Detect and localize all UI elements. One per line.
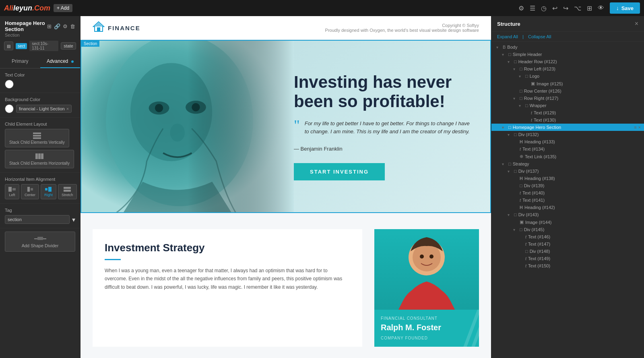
tree-icon[interactable]: ⊞	[47, 23, 52, 29]
tree-item-text-134[interactable]: t Text (#134)	[491, 145, 644, 153]
tree-item-div-132[interactable]: ▾ □ Div (#132)	[491, 131, 644, 138]
align-right-button[interactable]: Right	[41, 184, 56, 199]
stack-vertical-button[interactable]: Stack Child Elements Vertically	[5, 129, 69, 147]
layout-selector[interactable]: ▤	[4, 41, 13, 50]
panel-element-title: Homepage Hero Section	[5, 20, 47, 32]
collapse-toggle[interactable]: ▾	[513, 67, 518, 71]
chevron-down-icon: ▾	[72, 216, 75, 223]
collapse-toggle[interactable]: ▾	[502, 125, 507, 130]
undo-icon[interactable]: ↩	[552, 4, 557, 12]
shape-divider-button[interactable]: Add Shape Divider	[5, 232, 75, 252]
tree-item-text-147[interactable]: t Text (#147)	[491, 240, 644, 248]
tree-item-row-right-127[interactable]: ▾ □ Row Right (#127)	[491, 95, 644, 102]
collapse-toggle[interactable]: ▾	[502, 52, 507, 57]
state-button[interactable]: state	[61, 42, 76, 50]
tree-item-heading-133[interactable]: H Heading (#133)	[491, 138, 644, 145]
tree-item-div-143[interactable]: ▾ □ Div (#143)	[491, 211, 644, 218]
tree-item-text-146[interactable]: t Text (#146)	[491, 233, 644, 240]
hero-section[interactable]: Section	[80, 40, 491, 213]
tree-item-text-129[interactable]: t Text (#129)	[491, 109, 644, 116]
tree-item-text-149[interactable]: t Text (#149)	[491, 255, 644, 262]
close-structure-icon[interactable]: ×	[635, 20, 638, 27]
layout-buttons: Stack Child Elements Vertically Stack Ch…	[5, 129, 75, 168]
tree-item-body[interactable]: ▾ B Body	[491, 43, 644, 51]
tree-item-div-145[interactable]: ▾ □ Div (#145)	[491, 226, 644, 233]
site-logo: FINANCE	[93, 21, 140, 35]
tree-item-heading-138[interactable]: H Heading (#138)	[491, 175, 644, 182]
tree-item-homepage-hero-section[interactable]: ▾ □ Homepage Hero Section ≡×	[491, 124, 644, 131]
wordpress-icon[interactable]: ⊞	[587, 4, 592, 12]
tree-item-simple-header[interactable]: ▾ □ Simple Header	[491, 51, 644, 58]
tree-item-text-140[interactable]: t Text (#140)	[491, 189, 644, 197]
text-color-picker[interactable]	[5, 80, 14, 89]
collapse-toggle[interactable]: ▾	[508, 60, 512, 64]
tree-item-heading-142[interactable]: H Heading (#142)	[491, 204, 644, 211]
tree-item-row-left-123[interactable]: ▾ □ Row Left (#123)	[491, 65, 644, 72]
tree-item-div-139[interactable]: □ Div (#139)	[491, 182, 644, 189]
tree-item-image-125[interactable]: ▣ Image (#125)	[491, 80, 644, 87]
tab-advanced[interactable]: Advanced	[40, 55, 80, 68]
collapse-toggle[interactable]: ▾	[496, 45, 501, 50]
tree-type-icon: t	[531, 110, 532, 115]
bg-color-swatch: financial - Light Section ×	[5, 104, 75, 113]
bg-color-tag: financial - Light Section ×	[16, 105, 72, 113]
link-icon[interactable]: 🔗	[54, 23, 60, 29]
align-center-button[interactable]: Center	[21, 184, 39, 199]
stack-horizontal-button[interactable]: Stack Child Elements Horizontally	[5, 150, 74, 168]
hero-quote-text: For my life to get better I have to get …	[305, 120, 470, 137]
tree-close-icon[interactable]: ×	[638, 125, 641, 130]
expand-all-link[interactable]: Expand All	[497, 34, 518, 39]
align-left-button[interactable]: Left	[5, 184, 19, 199]
settings-icon[interactable]: ⚙	[518, 4, 524, 12]
tree-item-row-center-126[interactable]: □ Row Center (#126)	[491, 87, 644, 95]
tree-item-text-141[interactable]: t Text (#141)	[491, 197, 644, 204]
code-icon[interactable]: ⌥	[574, 4, 581, 12]
collapse-toggle[interactable]: ▾	[519, 74, 524, 79]
tree-item-text-150[interactable]: t Text (#150)	[491, 262, 644, 269]
eye-icon[interactable]: 👁	[598, 4, 604, 12]
tree-item-strategy[interactable]: ▾ □ Strategy	[491, 160, 644, 168]
delete-icon[interactable]: 🗑	[70, 23, 75, 29]
svg-rect-2	[33, 137, 41, 139]
tree-item-image-144[interactable]: ▣ Image (#144)	[491, 218, 644, 226]
collapse-toggle[interactable]: ▾	[513, 96, 518, 101]
tree-item-div-137[interactable]: ▾ □ Div (#137)	[491, 168, 644, 175]
collapse-toggle[interactable]: ▾	[502, 162, 507, 166]
collapse-toggle[interactable]: ▾	[508, 132, 512, 137]
h-align-section: Horizontal Item Alignment Left Center Ri…	[0, 173, 80, 204]
svg-rect-3	[35, 153, 38, 159]
bg-color-picker[interactable]	[5, 104, 14, 113]
strategy-right: FINANCIAL CONSULTANT Ralph M. Foster COM…	[374, 229, 479, 347]
collapse-toggle[interactable]: ▾	[508, 169, 512, 174]
hero-cta-button[interactable]: START INVESTING	[294, 163, 385, 180]
collapse-toggle[interactable]: ▾	[508, 213, 512, 217]
tree-item-text-130[interactable]: t Text (#130)	[491, 116, 644, 124]
tree-item-label: Heading (#138)	[524, 176, 641, 181]
tree-item-label: Text Link (#135)	[525, 154, 641, 159]
tree-item-wrapper[interactable]: ▾ □ Wrapper	[491, 102, 644, 109]
layers-icon[interactable]: ☰	[530, 4, 535, 12]
tree-type-icon: □	[508, 125, 511, 130]
tree-menu-icon[interactable]: ≡	[634, 125, 636, 130]
tree-item-logo[interactable]: ▾ □ Logo	[491, 72, 644, 80]
tree-item-label: Text (#141)	[522, 198, 641, 203]
settings-small-icon[interactable]: ⚙	[63, 23, 68, 29]
clock-icon[interactable]: ◷	[541, 4, 547, 12]
save-button[interactable]: ↓ Save	[610, 2, 640, 14]
tree-item-text-link-135[interactable]: ⊕ Text Link (#135)	[491, 153, 644, 160]
redo-icon[interactable]: ↪	[563, 4, 568, 12]
tree-item-div-148[interactable]: □ Div (#148)	[491, 248, 644, 255]
tab-primary[interactable]: Primary	[0, 55, 40, 68]
tree-item-header-row-122[interactable]: ▾ □ Header Row (#122)	[491, 58, 644, 65]
collapse-toggle[interactable]: ▾	[519, 103, 524, 108]
tag-section: Tag section ▾	[0, 204, 80, 228]
tag-select[interactable]: section	[5, 215, 70, 224]
collapse-toggle[interactable]: ▾	[513, 228, 518, 232]
tree-item-label: Image (#125)	[537, 81, 641, 86]
add-button[interactable]: + Add	[54, 4, 72, 12]
text-color-swatch[interactable]	[5, 80, 75, 89]
strategy-divider	[105, 259, 121, 260]
remove-bg-color[interactable]: ×	[66, 106, 69, 111]
collapse-all-link[interactable]: Collapse All	[528, 34, 551, 39]
align-stretch-button[interactable]: Stretch	[58, 184, 77, 199]
